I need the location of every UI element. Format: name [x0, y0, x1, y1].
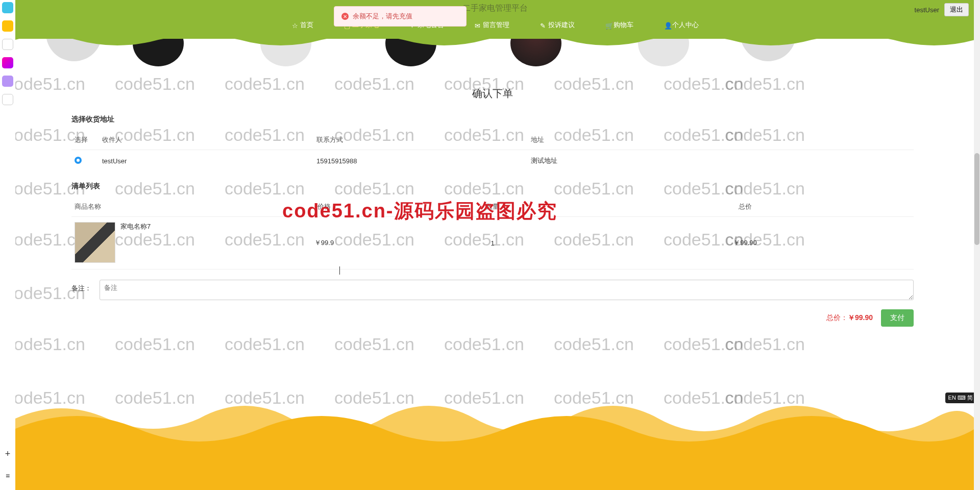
col-total: 总价 [577, 197, 914, 217]
nav-label: 个人中心 [672, 20, 699, 30]
user-icon: 👤 [664, 22, 670, 28]
nav-home[interactable]: ☆首页 [292, 20, 313, 30]
ime-badge[interactable]: EN ⌨ 简 [945, 393, 976, 403]
product-thumb[interactable] [75, 222, 115, 263]
top-header: 二手家电管理平台 testUser 退出 ☆首页 ▢二手家电 ✦家电公告 ✉留言… [15, 0, 975, 39]
dock-add-icon[interactable]: + [5, 449, 11, 459]
address-table: 选择 收件人 联系方式 地址 testUser 15915915988 测试地址 [71, 130, 914, 172]
product-name: 家电名称7 [120, 222, 151, 231]
col-name: 收件人 [99, 130, 313, 150]
error-icon: ✕ [341, 13, 349, 20]
addr-name: testUser [99, 150, 313, 172]
col-qty: 数量 [408, 197, 577, 217]
remark-input[interactable] [100, 280, 914, 300]
dock-icon[interactable] [2, 57, 13, 68]
cart-icon: 🛒 [605, 22, 611, 28]
home-icon: ☆ [292, 22, 298, 28]
nav-profile[interactable]: 👤个人中心 [664, 20, 699, 30]
total-label-text: 总价： [826, 313, 848, 322]
order-total: 总价：￥99.90 [826, 313, 873, 323]
address-row[interactable]: testUser 15915915988 测试地址 [71, 150, 914, 172]
remark-label: 备注： [71, 280, 91, 293]
dock-icon[interactable] [2, 20, 13, 32]
nav-cart[interactable]: 🛒购物车 [605, 20, 633, 30]
item-total: ￥99.90 [577, 217, 914, 270]
nav-messages[interactable]: ✉留言管理 [475, 20, 509, 30]
item-row: 家电名称7 ￥99.9 1 ￥99.90 [71, 217, 914, 270]
current-user: testUser [915, 6, 939, 14]
nav-label: 留言管理 [483, 20, 509, 30]
error-alert: ✕ 余额不足，请先充值 [334, 6, 467, 27]
text-cursor [339, 266, 340, 275]
left-dock: + ≡ [0, 0, 15, 490]
dock-icon[interactable] [2, 2, 13, 13]
total-value: ￥99.90 [848, 313, 873, 322]
col-phone: 联系方式 [313, 130, 528, 150]
col-select: 选择 [71, 130, 99, 150]
order-confirm-panel: 确认下单 选择收货地址 选择 收件人 联系方式 地址 testUser 1591… [71, 87, 914, 327]
message-icon: ✉ [475, 22, 481, 28]
item-price: ￥99.9 [240, 217, 408, 270]
dock-menu-icon[interactable]: ≡ [6, 472, 10, 480]
dock-icon[interactable] [2, 94, 13, 105]
dock-icon[interactable] [2, 76, 13, 87]
col-price: 价格 [240, 197, 408, 217]
nav-label: 首页 [300, 20, 313, 30]
scrollbar-thumb[interactable] [974, 153, 979, 245]
alert-text: 余额不足，请先充值 [353, 12, 412, 21]
logout-button[interactable]: 退出 [944, 3, 969, 16]
col-pname: 商品名称 [71, 197, 240, 217]
nav-label: 投诉建议 [548, 20, 575, 30]
addr-phone: 15915915988 [313, 150, 528, 172]
items-table: 商品名称 价格 数量 总价 家电名称7 ￥99.9 1 ￥99.90 [71, 197, 914, 270]
nav-complaints[interactable]: ✎投诉建议 [540, 20, 575, 30]
col-addr: 地址 [528, 130, 914, 150]
app-title: 二手家电管理平台 [462, 3, 528, 14]
dock-icon[interactable] [2, 39, 13, 50]
nav-label: 购物车 [614, 20, 633, 30]
item-qty: 1 [408, 217, 577, 270]
footer-wave [15, 378, 975, 490]
page-title: 确认下单 [71, 87, 914, 101]
addr-text: 测试地址 [528, 150, 914, 172]
address-heading: 选择收货地址 [71, 115, 914, 124]
feedback-icon: ✎ [540, 22, 546, 28]
address-radio[interactable] [75, 157, 82, 164]
items-heading: 清单列表 [71, 182, 914, 191]
pay-button[interactable]: 支付 [881, 309, 914, 327]
scrollbar[interactable] [974, 0, 980, 490]
